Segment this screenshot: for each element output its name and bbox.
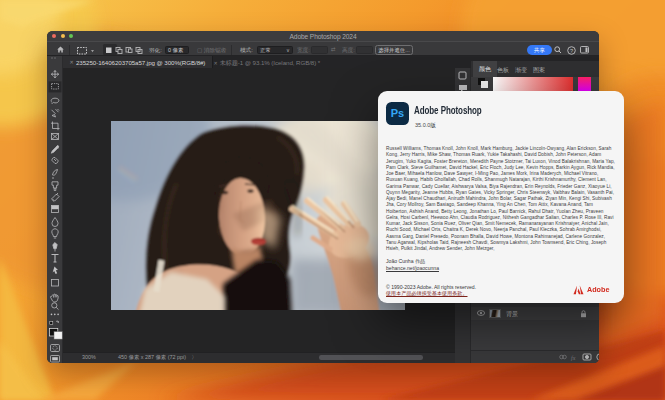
svg-text:?: ? bbox=[570, 48, 573, 54]
svg-text:fx: fx bbox=[571, 355, 576, 361]
